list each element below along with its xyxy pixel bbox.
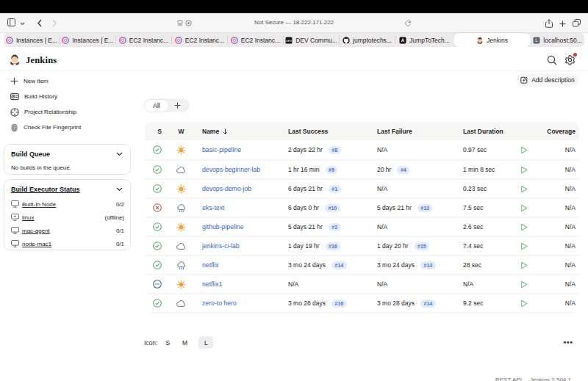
svg-text:DEV: DEV <box>286 38 293 42</box>
svg-text:L: L <box>535 37 538 43</box>
